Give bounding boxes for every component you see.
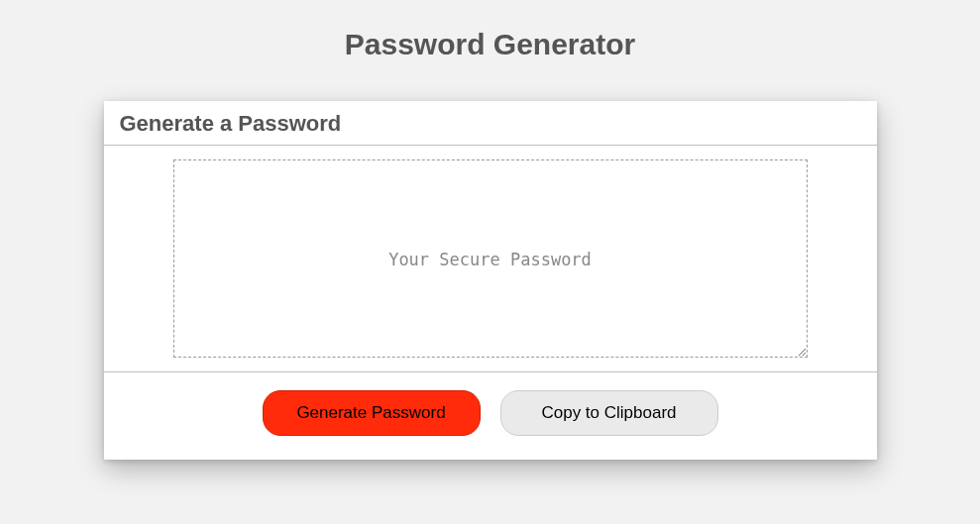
card-footer: Generate Password Copy to Clipboard [104, 372, 877, 460]
card-heading: Generate a Password [120, 111, 861, 137]
generator-card: Generate a Password Generate Password Co… [104, 101, 877, 460]
password-output[interactable] [173, 159, 808, 358]
card-header: Generate a Password [104, 101, 877, 146]
card-body [104, 146, 877, 372]
page-title: Password Generator [0, 28, 980, 61]
copy-to-clipboard-button[interactable]: Copy to Clipboard [500, 390, 718, 436]
generate-password-button[interactable]: Generate Password [263, 390, 481, 436]
